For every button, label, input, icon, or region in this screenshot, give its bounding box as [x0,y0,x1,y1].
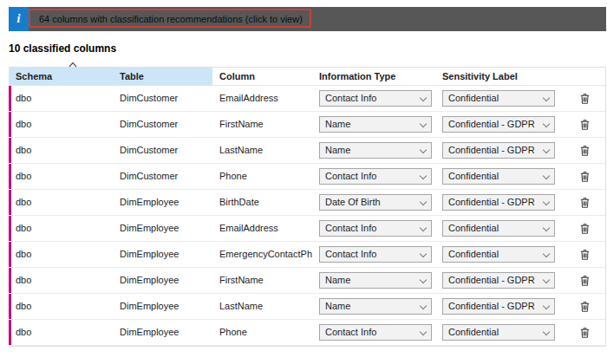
header-sensitivity-label[interactable]: Sensitivity Label [435,68,564,85]
sensitivity-label-dropdown[interactable]: Confidential - GDPR [442,116,555,133]
chevron-down-icon [543,172,550,179]
chevron-down-icon [543,198,550,205]
delete-row-button[interactable] [578,168,592,185]
recommendations-banner[interactable]: i 64 columns with classification recomme… [9,7,606,31]
dropdown-value: Date Of Birth [325,195,417,210]
column-cell: BirthDate [212,190,312,215]
header-schema[interactable]: Schema [9,68,113,85]
information-type-cell: Contact Info [312,164,435,189]
sensitivity-label-cell: Confidential [435,242,564,267]
schema-cell: dbo [9,320,113,345]
information-type-dropdown[interactable]: Contact Info [319,324,432,341]
dropdown-value: Confidential - GDPR [448,195,540,210]
classification-stripe [9,294,11,319]
delete-row-button[interactable] [578,194,592,211]
chevron-down-icon [420,120,427,127]
chevron-down-icon [420,276,427,283]
table-row: dbo DimEmployee EmergencyContactPhone Co… [9,242,605,268]
information-type-dropdown[interactable]: Name [319,116,432,133]
delete-row-button[interactable] [578,272,592,289]
schema-cell: dbo [9,242,113,267]
actions-cell [564,138,605,163]
classification-stripe [9,190,11,215]
information-type-dropdown[interactable]: Name [319,272,432,289]
dropdown-value: Name [325,143,417,158]
information-type-dropdown[interactable]: Date Of Birth [319,194,432,211]
column-cell: Phone [212,320,312,345]
delete-row-button[interactable] [578,116,592,133]
dropdown-value: Contact Info [325,221,417,236]
information-type-dropdown[interactable]: Name [319,142,432,159]
information-type-dropdown[interactable]: Contact Info [319,90,432,107]
table-cell: DimEmployee [113,190,212,215]
sensitivity-label-cell: Confidential [435,216,564,241]
chevron-down-icon [420,198,427,205]
information-type-dropdown[interactable]: Contact Info [319,246,432,263]
schema-cell: dbo [9,86,113,111]
information-type-dropdown[interactable]: Contact Info [319,220,432,237]
sensitivity-label-dropdown[interactable]: Confidential [442,220,555,237]
classification-stripe [9,112,11,137]
classified-columns-count: 10 classified columns [9,42,116,55]
table-cell: DimEmployee [113,216,212,241]
chevron-down-icon [543,94,550,101]
header-table[interactable]: Table [113,68,212,85]
information-type-cell: Contact Info [312,216,435,241]
sensitivity-label-dropdown[interactable]: Confidential [442,246,555,263]
sensitivity-label-dropdown[interactable]: Confidential - GDPR [442,298,555,315]
schema-cell: dbo [9,112,113,137]
table-row: dbo DimCustomer EmailAddress Contact Inf… [9,86,605,112]
banner-message[interactable]: 64 columns with classification recommend… [39,14,303,24]
dropdown-value: Confidential [448,169,540,184]
chevron-down-icon [420,328,427,335]
column-cell: FirstName [212,268,312,293]
schema-cell: dbo [9,216,113,241]
information-type-cell: Name [312,112,435,137]
delete-row-button[interactable] [578,90,592,107]
sensitivity-label-dropdown[interactable]: Confidential [442,324,555,341]
sensitivity-label-dropdown[interactable]: Confidential - GDPR [442,272,555,289]
table-row: dbo DimEmployee EmailAddress Contact Inf… [9,216,605,242]
schema-cell: dbo [9,294,113,319]
actions-cell [564,86,605,111]
header-column[interactable]: Column [212,68,312,85]
delete-row-button[interactable] [578,142,592,159]
chevron-down-icon [420,302,427,309]
sensitivity-label-cell: Confidential - GDPR [435,190,564,215]
dropdown-value: Name [325,273,417,288]
delete-row-button[interactable] [578,298,592,315]
header-information-type[interactable]: Information Type [312,68,435,85]
chevron-down-icon [543,302,550,309]
dropdown-value: Confidential [448,247,540,262]
chevron-down-icon [420,172,427,179]
table-cell: DimCustomer [113,138,212,163]
actions-cell [564,294,605,319]
sensitivity-label-dropdown[interactable]: Confidential - GDPR [442,194,555,211]
sensitivity-label-dropdown[interactable]: Confidential [442,168,555,185]
table-cell: DimEmployee [113,242,212,267]
information-type-dropdown[interactable]: Contact Info [319,168,432,185]
delete-row-button[interactable] [578,324,592,341]
chevron-down-icon [543,328,550,335]
information-type-dropdown[interactable]: Name [319,298,432,315]
chevron-down-icon [543,120,550,127]
sort-up-icon[interactable] [68,62,78,68]
information-type-cell: Name [312,294,435,319]
information-type-cell: Contact Info [312,242,435,267]
sensitivity-label-cell: Confidential - GDPR [435,294,564,319]
actions-cell [564,242,605,267]
classification-stripe [9,164,11,189]
delete-row-button[interactable] [578,246,592,263]
sensitivity-label-dropdown[interactable]: Confidential [442,90,555,107]
sensitivity-label-cell: Confidential - GDPR [435,112,564,137]
classification-stripe [9,216,11,241]
information-type-cell: Name [312,268,435,293]
column-cell: FirstName [212,112,312,137]
classification-stripe [9,242,11,267]
table-row: dbo DimEmployee LastName Name Confidenti… [9,294,605,320]
sensitivity-label-dropdown[interactable]: Confidential - GDPR [442,142,555,159]
chevron-down-icon [420,94,427,101]
sensitivity-label-cell: Confidential [435,164,564,189]
dropdown-value: Contact Info [325,325,417,340]
delete-row-button[interactable] [578,220,592,237]
